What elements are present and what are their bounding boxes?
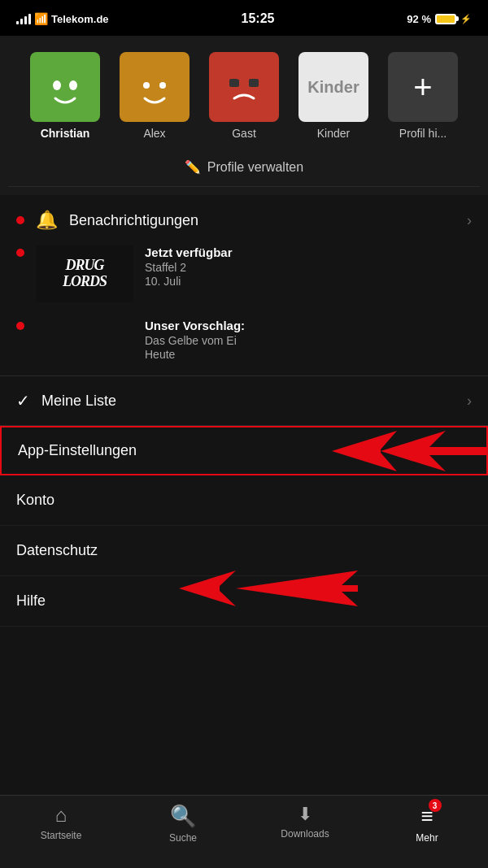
status-time: 15:25 — [242, 11, 275, 26]
my-list-chevron-icon: › — [467, 393, 472, 410]
profiles-row: Christian Alex — [8, 52, 480, 148]
notif-content-2: Unser Vorschlag: Das Gelbe vom Ei Heute — [145, 319, 472, 361]
menu-item-datenschutz[interactable]: Datenschutz — [0, 526, 488, 576]
christian-face-icon — [41, 63, 89, 111]
notifications-header[interactable]: 🔔 Benachrichtigungen › — [0, 195, 488, 245]
my-list-left: ✓ Meine Liste — [16, 391, 116, 410]
profile-item-add[interactable]: + Profil hi... — [382, 52, 464, 140]
manage-profiles-label: Profile verwalten — [207, 160, 303, 175]
profile-avatar-alex[interactable] — [120, 52, 190, 122]
carrier-label: Telekom.de — [51, 13, 109, 25]
battery-percentage: 92 % — [407, 13, 431, 25]
status-bar: 📶 Telekom.de 15:25 92 % ⚡ — [0, 0, 488, 36]
profile-avatar-add[interactable]: + — [388, 52, 458, 122]
menu-item-konto-label: Konto — [16, 492, 54, 508]
charging-bolt-icon: ⚡ — [460, 14, 472, 24]
profile-avatar-christian[interactable] — [30, 52, 100, 122]
wifi-icon: 📶 — [34, 12, 48, 25]
profile-item-kinder[interactable]: Kinder Kinder — [293, 52, 374, 140]
status-carrier: 📶 Telekom.de — [16, 12, 109, 25]
home-icon: ⌂ — [55, 804, 68, 827]
drug-lords-thumbnail: DRUGLORDS — [36, 245, 133, 302]
battery-icon — [435, 14, 456, 24]
tab-downloads[interactable]: ⬇ Downloads — [244, 804, 366, 840]
profile-item-alex[interactable]: Alex — [114, 52, 195, 140]
my-list-label: Meine Liste — [41, 393, 116, 410]
tab-home-label: Startseite — [41, 830, 82, 841]
gast-face-icon — [220, 63, 268, 111]
tab-search[interactable]: 🔍 Suche — [122, 804, 244, 844]
checkmark-icon: ✓ — [16, 391, 30, 410]
notif-title-2: Unser Vorschlag: — [145, 319, 472, 332]
profile-avatar-gast[interactable] — [209, 52, 279, 122]
svg-marker-8 — [332, 431, 397, 471]
tab-home[interactable]: ⌂ Startseite — [0, 804, 122, 841]
notif-title-1: Jetzt verfügbar — [145, 245, 472, 259]
profile-item-christian[interactable]: Christian — [24, 52, 106, 140]
status-battery: 92 % ⚡ — [407, 13, 472, 25]
notifications-header-left: 🔔 Benachrichtigungen — [16, 210, 198, 231]
tab-more-label: Mehr — [416, 832, 438, 844]
signal-bars-icon — [16, 13, 31, 24]
notif-content-1: Jetzt verfügbar Staffel 2 10. Juli — [145, 245, 472, 288]
kinder-text: Kinder — [307, 78, 359, 97]
notif-date-1: 10. Juli — [145, 275, 472, 288]
profile-name-alex: Alex — [143, 127, 165, 140]
notif-subtitle-1: Staffel 2 — [145, 261, 472, 274]
notif-subtitle-2: Das Gelbe vom Ei — [145, 334, 472, 347]
profile-avatar-kinder[interactable]: Kinder — [298, 52, 368, 122]
menu-item-app-settings[interactable]: App-Einstellungen — [0, 426, 488, 475]
profile-name-gast: Gast — [232, 127, 256, 140]
notif-red-dot-1 — [16, 249, 24, 257]
menu-item-konto[interactable]: Konto — [0, 475, 488, 526]
my-list-row[interactable]: ✓ Meine Liste › — [0, 376, 488, 426]
drug-lords-text: DRUGLORDS — [63, 258, 107, 290]
notification-item-1[interactable]: DRUGLORDS Jetzt verfügbar Staffel 2 10. … — [0, 245, 488, 314]
menu-item-app-settings-label: App-Einstellungen — [18, 442, 137, 458]
svg-point-0 — [53, 80, 61, 90]
download-icon: ⬇ — [298, 804, 312, 825]
tab-downloads-label: Downloads — [281, 828, 329, 840]
notifications-title: Benachrichtigungen — [69, 212, 198, 229]
more-badge: 3 — [429, 799, 442, 812]
notification-red-dot — [16, 216, 24, 224]
notifications-chevron-icon: › — [467, 212, 472, 229]
red-arrow-annotation — [332, 427, 488, 475]
svg-rect-5 — [249, 79, 259, 87]
svg-rect-6 — [237, 72, 251, 77]
notif-dot-col-2 — [16, 319, 24, 330]
profiles-section: Christian Alex — [0, 36, 488, 195]
tab-search-label: Suche — [169, 832, 197, 844]
notifications-section: 🔔 Benachrichtigungen › DRUGLORDS Jetzt v… — [0, 195, 488, 376]
notif-red-dot-2 — [16, 322, 24, 330]
arrow-svg — [332, 427, 488, 475]
svg-rect-4 — [229, 79, 239, 87]
more-icon-with-badge: ≡ 3 — [420, 804, 433, 829]
menu-section: App-Einstellungen Konto Datenschutz Hilf… — [0, 426, 488, 627]
svg-point-1 — [69, 80, 77, 90]
notif-date-2: Heute — [145, 348, 472, 361]
bell-icon: 🔔 — [36, 210, 58, 231]
menu-item-datenschutz-label: Datenschutz — [16, 542, 98, 558]
svg-point-2 — [143, 82, 150, 89]
tab-more[interactable]: ≡ 3 Mehr — [366, 804, 488, 844]
menu-item-hilfe-label: Hilfe — [16, 592, 46, 609]
profile-name-kinder: Kinder — [317, 127, 350, 140]
profile-name-christian: Christian — [41, 127, 90, 140]
svg-point-3 — [159, 82, 166, 89]
manage-profiles-button[interactable]: ✏️ Profile verwalten — [8, 148, 480, 187]
notif-dot-col-1 — [16, 245, 24, 257]
plus-icon: + — [413, 71, 432, 103]
tab-bar: ⌂ Startseite 🔍 Suche ⬇ Downloads ≡ 3 Meh… — [0, 795, 488, 868]
menu-item-hilfe[interactable]: Hilfe — [0, 576, 488, 627]
svg-marker-7 — [381, 431, 488, 471]
pencil-icon: ✏️ — [185, 159, 201, 175]
profile-name-add: Profil hi... — [399, 127, 447, 140]
alex-face-icon — [130, 63, 179, 111]
profile-item-gast[interactable]: Gast — [203, 52, 285, 140]
search-icon: 🔍 — [170, 804, 196, 829]
notification-item-2[interactable]: Unser Vorschlag: Das Gelbe vom Ei Heute — [0, 314, 488, 375]
